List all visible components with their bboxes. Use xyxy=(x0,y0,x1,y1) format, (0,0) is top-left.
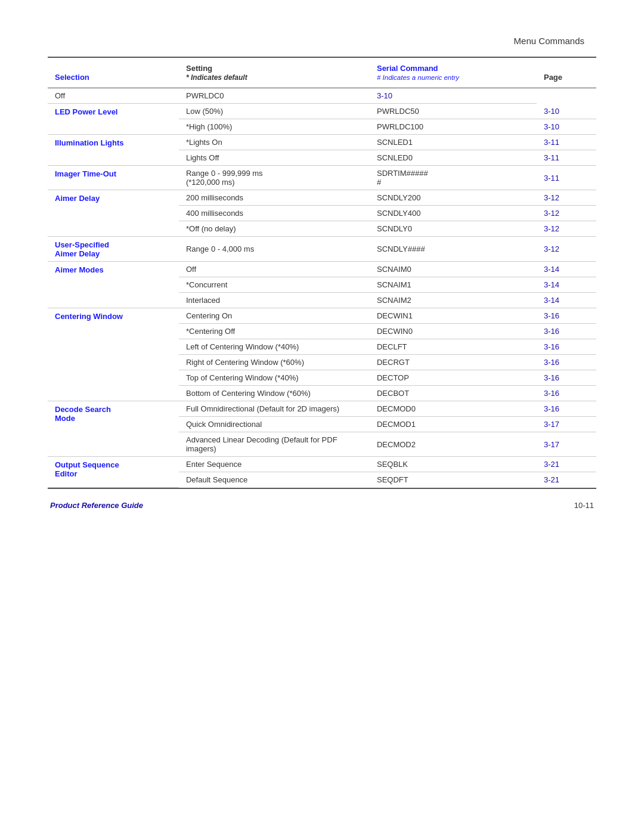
cell-page[interactable]: 3-16 xyxy=(537,386,596,401)
header-serial: Serial Command # Indicates a numeric ent… xyxy=(370,58,537,88)
cell-setting: Quick Omnidirectional xyxy=(179,417,370,432)
menu-commands-table: Selection Setting * Indicates default Se… xyxy=(48,58,596,488)
cell-serial: DECWIN0 xyxy=(370,324,537,339)
cell-page[interactable]: 3-12 xyxy=(537,237,596,262)
cell-setting: *Centering Off xyxy=(179,324,370,339)
table-row: Decode SearchModeFull Omnidirectional (D… xyxy=(48,401,596,417)
cell-serial: SEQBLK xyxy=(370,457,537,472)
cell-selection: User-SpecifiedAimer Delay xyxy=(48,237,179,262)
cell-serial: PWRLDC0 xyxy=(179,88,370,104)
table-row: Centering WindowCentering OnDECWIN13-16 xyxy=(48,308,596,324)
cell-setting: Bottom of Centering Window (*60%) xyxy=(179,386,370,401)
cell-page[interactable]: 3-17 xyxy=(537,432,596,457)
page-header: Menu Commands xyxy=(48,36,596,46)
table-body: OffPWRLDC03-10LED Power LevelLow (50%)PW… xyxy=(48,88,596,488)
cell-serial: DECMOD1 xyxy=(370,417,537,432)
cell-page[interactable]: 3-16 xyxy=(537,339,596,355)
cell-page[interactable]: 3-17 xyxy=(537,417,596,432)
cell-page[interactable]: 3-16 xyxy=(537,370,596,386)
table-row: User-SpecifiedAimer DelayRange 0 - 4,000… xyxy=(48,237,596,262)
table-row: Illumination Lights*Lights OnSCNLED13-11 xyxy=(48,135,596,150)
cell-page[interactable]: 3-16 xyxy=(537,355,596,370)
cell-page[interactable]: 3-14 xyxy=(537,277,596,293)
cell-setting: Right of Centering Window (*60%) xyxy=(179,355,370,370)
cell-page[interactable]: 3-12 xyxy=(537,221,596,237)
cell-setting: 400 milliseconds xyxy=(179,206,370,221)
cell-page[interactable]: 3-10 xyxy=(537,104,596,119)
cell-setting: Full Omnidirectional (Default for 2D ima… xyxy=(179,401,370,417)
cell-serial: SCNDLY200 xyxy=(370,190,537,206)
cell-serial: SCNDLY0 xyxy=(370,221,537,237)
cell-page[interactable]: 3-14 xyxy=(537,262,596,277)
table-row: Aimer ModesOffSCNAIM03-14 xyxy=(48,262,596,277)
cell-serial: DECTOP xyxy=(370,370,537,386)
header-page: Page xyxy=(537,58,596,88)
cell-setting: Low (50%) xyxy=(179,104,370,119)
cell-page[interactable]: 3-10 xyxy=(370,88,537,104)
cell-serial: SEQDFT xyxy=(370,472,537,488)
cell-setting: Top of Centering Window (*40%) xyxy=(179,370,370,386)
cell-setting: Advanced Linear Decoding (Default for PD… xyxy=(179,432,370,457)
header-setting: Setting * Indicates default xyxy=(179,58,370,88)
table-row: Aimer Delay200 millisecondsSCNDLY2003-12 xyxy=(48,190,596,206)
cell-selection: Aimer Delay xyxy=(48,190,179,237)
cell-page[interactable]: 3-21 xyxy=(537,472,596,488)
cell-serial: SCNLED1 xyxy=(370,135,537,150)
table-header-row: Selection Setting * Indicates default Se… xyxy=(48,58,596,88)
cell-setting: Left of Centering Window (*40%) xyxy=(179,339,370,355)
cell-page[interactable]: 3-16 xyxy=(537,308,596,324)
cell-serial: DECWIN1 xyxy=(370,308,537,324)
cell-serial: SCNLED0 xyxy=(370,150,537,166)
cell-setting: Range 0 - 999,999 ms(*120,000 ms) xyxy=(179,166,370,190)
cell-serial: DECRGT xyxy=(370,355,537,370)
cell-setting: Interlaced xyxy=(179,293,370,308)
cell-setting: Off xyxy=(48,88,179,104)
cell-page[interactable]: 3-12 xyxy=(537,190,596,206)
cell-setting: 200 milliseconds xyxy=(179,190,370,206)
cell-setting: Centering On xyxy=(179,308,370,324)
cell-page[interactable]: 3-11 xyxy=(537,166,596,190)
cell-page[interactable]: 3-12 xyxy=(537,206,596,221)
cell-setting: *Off (no delay) xyxy=(179,221,370,237)
cell-serial: DECMOD2 xyxy=(370,432,537,457)
cell-selection: Output SequenceEditor xyxy=(48,457,179,488)
cell-page[interactable]: 3-11 xyxy=(537,150,596,166)
cell-page[interactable]: 3-16 xyxy=(537,324,596,339)
footer-left: Product Reference Guide xyxy=(50,501,143,510)
cell-setting: Enter Sequence xyxy=(179,457,370,472)
cell-serial: SCNAIM1 xyxy=(370,277,537,293)
cell-selection: Aimer Modes xyxy=(48,262,179,308)
cell-serial: SCNDLY#### xyxy=(370,237,537,262)
cell-selection: Illumination Lights xyxy=(48,135,179,166)
cell-serial: DECMOD0 xyxy=(370,401,537,417)
cell-page[interactable]: 3-14 xyxy=(537,293,596,308)
table-row: OffPWRLDC03-10 xyxy=(48,88,596,104)
main-table-wrapper: Selection Setting * Indicates default Se… xyxy=(48,57,596,489)
cell-serial: SDRTIM###### xyxy=(370,166,537,190)
page-title: Menu Commands xyxy=(514,36,584,46)
cell-setting: Off xyxy=(179,262,370,277)
cell-serial: PWRLDC50 xyxy=(370,104,537,119)
cell-setting: Range 0 - 4,000 ms xyxy=(179,237,370,262)
cell-page[interactable]: 3-10 xyxy=(537,119,596,135)
cell-setting: *Lights On xyxy=(179,135,370,150)
cell-page[interactable]: 3-21 xyxy=(537,457,596,472)
cell-selection: Decode SearchMode xyxy=(48,401,179,457)
cell-serial: DECLFT xyxy=(370,339,537,355)
table-row: Output SequenceEditorEnter SequenceSEQBL… xyxy=(48,457,596,472)
cell-setting: Lights Off xyxy=(179,150,370,166)
cell-page[interactable]: 3-16 xyxy=(537,401,596,417)
table-row: Imager Time-OutRange 0 - 999,999 ms(*120… xyxy=(48,166,596,190)
cell-serial: DECBOT xyxy=(370,386,537,401)
cell-serial: SCNAIM2 xyxy=(370,293,537,308)
cell-setting: *Concurrent xyxy=(179,277,370,293)
cell-selection: Centering Window xyxy=(48,308,179,401)
cell-selection: LED Power Level xyxy=(48,104,179,135)
header-selection: Selection xyxy=(48,58,179,88)
cell-serial: PWRLDC100 xyxy=(370,119,537,135)
table-row: LED Power LevelLow (50%)PWRLDC503-10 xyxy=(48,104,596,119)
cell-setting: Default Sequence xyxy=(179,472,370,488)
cell-page[interactable]: 3-11 xyxy=(537,135,596,150)
cell-setting: *High (100%) xyxy=(179,119,370,135)
cell-serial: SCNDLY400 xyxy=(370,206,537,221)
